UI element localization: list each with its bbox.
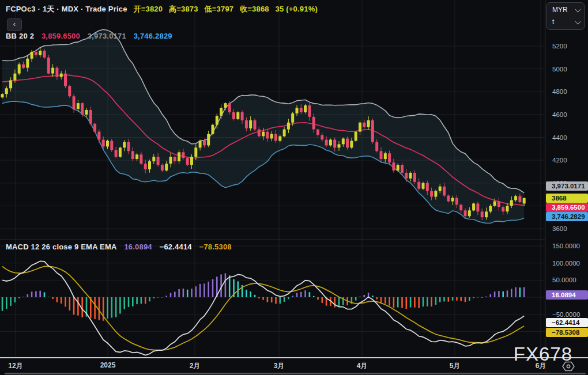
macd-name: MACD 12 26 close 9 EMA EMA [6, 243, 117, 251]
bb-name: BB 20 2 [6, 32, 34, 40]
time-axis-label: 5月 [450, 361, 461, 371]
macd-tick-label: 150.0000 [552, 243, 580, 249]
back-button[interactable]: ‹ [7, 18, 22, 31]
macd-line-value: −62.4414 [160, 243, 192, 251]
macd-legend: MACD 12 26 close 9 EMA EMA 16.0894 −62.4… [6, 243, 232, 251]
low-value: 低=3797 [205, 5, 234, 13]
time-axis-label: 2025 [100, 361, 116, 369]
price-tick-label: 4800 [552, 88, 567, 95]
price-axis-badge: 3868 [546, 194, 588, 203]
symbol-legend: FCPOc3 · 1天 · MDX · Trade Price 开=3820 高… [6, 4, 318, 14]
time-axis-label: 12月 [8, 361, 22, 371]
macd-hist-value: 16.0894 [124, 243, 152, 251]
price-axis-badge: 3,746.2829 [546, 212, 588, 221]
settings-hexagon-icon[interactable] [562, 361, 575, 372]
macd-axis-badge: −78.5308 [546, 328, 588, 337]
horizontal-scrollbar[interactable] [5, 373, 586, 374]
currency-label: MYR [552, 6, 568, 14]
macd-axis-badge: −62.4414 [546, 318, 588, 327]
bb-lower-value: 3,746.2829 [134, 32, 172, 40]
time-axis-divider [0, 357, 588, 358]
macd-chart-canvas[interactable] [0, 240, 545, 357]
price-tick-label: 3600 [552, 225, 567, 232]
price-tick-label: 5000 [552, 66, 567, 73]
bollinger-legend: BB 20 2 3,859.6500 3,973.0171 3,746.2829 [6, 32, 172, 40]
price-axis-badge: 3,859.6500 [546, 203, 588, 212]
currency-dropdown[interactable]: MYR [552, 6, 580, 14]
macd-tick-label: 50.0000 [552, 276, 576, 283]
time-axis-label: 3月 [274, 361, 285, 371]
trading-chart-app: FCPOc3 · 1天 · MDX · Trade Price 开=3820 高… [0, 0, 588, 375]
price-axis-badge: 3,973.0171 [546, 181, 588, 191]
price-axis-scale[interactable]: MYR t 5200500048004600440042004000380036… [545, 0, 588, 375]
price-tick-label: 5200 [552, 43, 567, 50]
macd-tick-label: 100.0000 [552, 260, 580, 267]
close-value: 收=3868 [240, 5, 269, 13]
price-tick-label: 4600 [552, 111, 567, 118]
unit-dropdown[interactable]: t [552, 18, 580, 26]
bb-basis-value: 3,859.6500 [42, 32, 80, 40]
price-tick-label: 4400 [552, 134, 567, 141]
time-axis-label: 2月 [190, 361, 201, 371]
macd-axis-badge: 16.0894 [546, 290, 588, 300]
change-value: 35 (+0.91%) [276, 5, 318, 13]
symbol-title: FCPOc3 · 1天 · MDX · Trade Price [6, 5, 127, 13]
bb-upper-value: 3,973.0171 [88, 32, 126, 40]
macd-pane[interactable] [0, 240, 545, 357]
macd-tick-label: −50.0000 [552, 311, 580, 318]
high-value: 高=3873 [169, 5, 198, 13]
time-axis-label: 4月 [357, 361, 368, 371]
chevron-down-icon [575, 7, 581, 13]
price-tick-label: 4200 [552, 157, 567, 164]
open-value: 开=3820 [133, 5, 163, 13]
unit-label: t [552, 18, 554, 26]
macd-signal-value: −78.5308 [199, 243, 232, 251]
pane-divider[interactable] [0, 240, 545, 240]
chevron-down-icon [575, 19, 581, 25]
currency-unit-box[interactable]: MYR t [546, 2, 585, 30]
